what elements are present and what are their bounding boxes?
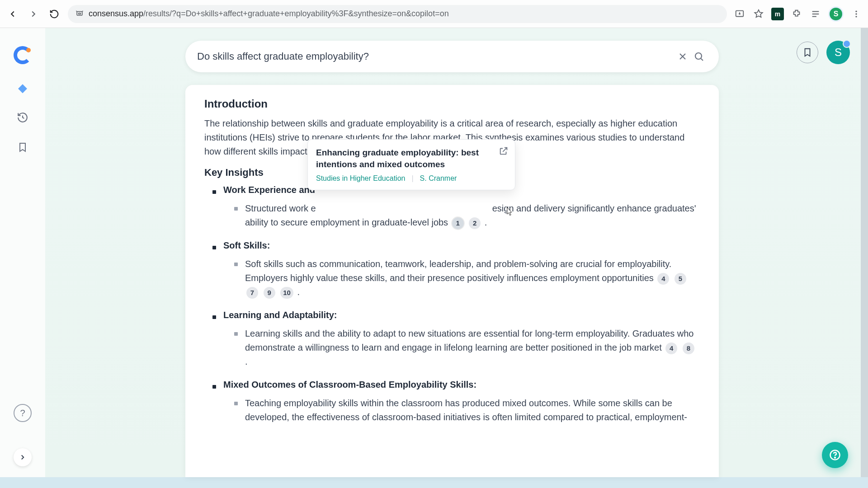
svg-point-5 <box>855 16 857 17</box>
search-query-text: Do skills affect graduate employability? <box>197 51 675 62</box>
citation-badge[interactable]: 9 <box>264 287 275 299</box>
address-bar[interactable]: consensus.app/results/?q=Do+skills+affec… <box>68 5 727 23</box>
search-icon[interactable] <box>691 48 707 65</box>
insight-item: Work Experience and Structured work exxx… <box>212 185 700 230</box>
svg-rect-1 <box>79 13 81 14</box>
insight-detail: Learning skills and the ability to adapt… <box>234 327 700 369</box>
browser-toolbar: consensus.app/results/?q=Do+skills+affec… <box>0 0 868 28</box>
back-button[interactable] <box>5 7 20 21</box>
svg-point-4 <box>855 13 857 14</box>
insight-title: Mixed Outcomes of Classroom-Based Employ… <box>223 380 476 389</box>
sidebar-expand-button[interactable] <box>14 448 32 466</box>
reading-list-icon[interactable] <box>809 8 822 20</box>
user-avatar[interactable]: S <box>826 41 850 64</box>
header-actions: S <box>797 41 850 64</box>
clear-search-icon[interactable] <box>675 48 691 65</box>
sidebar-help-button[interactable]: ? <box>14 404 32 422</box>
insight-item: Learning and Adaptability: Learning skil… <box>212 310 700 369</box>
insight-title: Work Experience and <box>223 185 315 195</box>
separator: | <box>411 174 413 183</box>
help-fab[interactable] <box>822 442 848 468</box>
chrome-actions: m S <box>733 6 863 22</box>
scrollbar-track[interactable] <box>861 28 868 477</box>
citation-popover: Enhancing graduate employability: best i… <box>307 139 515 190</box>
svg-point-8 <box>835 457 835 458</box>
search-bar[interactable]: Do skills affect graduate employability? <box>185 41 719 72</box>
bookmark-star-icon[interactable] <box>752 8 765 20</box>
save-bookmark-button[interactable] <box>797 42 818 63</box>
punct: . <box>297 287 300 297</box>
app-root: ◆ ? S Do skills affect graduate employab… <box>0 28 861 477</box>
chrome-profile-avatar[interactable]: S <box>828 6 844 22</box>
citation-badge[interactable]: 8 <box>683 343 694 354</box>
popover-journal[interactable]: Studies in Higher Education <box>316 174 405 183</box>
insight-title: Learning and Adaptability: <box>223 310 337 320</box>
left-sidebar: ◆ ? <box>0 28 45 477</box>
history-icon[interactable] <box>16 111 29 124</box>
insight-detail: Teaching employability skills within the… <box>234 396 700 424</box>
svg-point-3 <box>855 10 857 12</box>
citation-badge[interactable]: 7 <box>246 287 258 299</box>
insight-title: Soft Skills: <box>223 240 270 250</box>
url-text: consensus.app/results/?q=Do+skills+affec… <box>89 9 449 19</box>
bookmarks-icon[interactable] <box>16 141 29 154</box>
citation-badge[interactable]: 5 <box>675 273 686 285</box>
citation-badge[interactable]: 4 <box>665 343 677 354</box>
popover-author[interactable]: S. Cranmer <box>420 174 457 183</box>
insight-item: Mixed Outcomes of Classroom-Based Employ… <box>212 380 700 424</box>
app-logo[interactable] <box>14 46 32 64</box>
reload-button[interactable] <box>47 7 61 21</box>
premium-icon[interactable]: ◆ <box>16 81 29 94</box>
extension-badge[interactable]: m <box>771 8 784 20</box>
chrome-menu-icon[interactable] <box>850 8 863 20</box>
insight-detail: Soft skills such as communication, teamw… <box>234 257 700 299</box>
insight-detail: Structured work exxxxxxxxxxxxxxxxxxxxxxx… <box>234 202 700 230</box>
popover-title[interactable]: Enhancing graduate employability: best i… <box>316 147 507 170</box>
open-external-icon[interactable] <box>499 146 509 158</box>
forward-button[interactable] <box>26 7 41 21</box>
site-info-icon[interactable] <box>75 9 84 19</box>
insight-item: Soft Skills: Soft skills such as communi… <box>212 240 700 299</box>
install-app-icon[interactable] <box>733 8 746 20</box>
punct: . <box>485 217 487 227</box>
citation-badge[interactable]: 1 <box>452 217 464 229</box>
svg-point-6 <box>695 53 702 59</box>
citation-badge[interactable]: 10 <box>280 287 293 299</box>
citation-badge[interactable]: 2 <box>469 217 481 229</box>
citation-badge[interactable]: 4 <box>657 273 669 285</box>
punct: . <box>245 357 248 366</box>
extensions-icon[interactable] <box>790 8 803 20</box>
introduction-heading: Introduction <box>204 98 700 110</box>
